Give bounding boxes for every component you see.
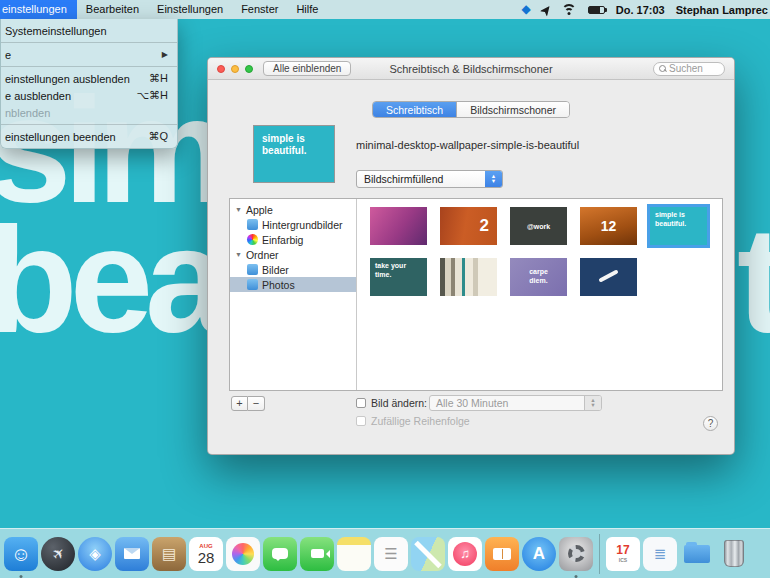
menu-systemeinstellungen[interactable]: einstellungen xyxy=(0,0,77,19)
app-store-a-icon: A xyxy=(533,545,545,562)
dock-icon-photos[interactable] xyxy=(226,537,260,571)
menu-bar-clock[interactable]: Do. 17:03 xyxy=(616,4,665,16)
dock-icon-reminders[interactable]: ☰ xyxy=(374,537,408,571)
finder-face-icon: ☺ xyxy=(11,544,31,564)
interval-popup[interactable]: Alle 30 Minuten ▲▼ xyxy=(429,395,602,411)
menu-item-hide-others[interactable]: e ausblenden ⌥⌘H xyxy=(1,87,177,104)
menu-bar: einstellungen Bearbeiten Einstellungen F… xyxy=(0,0,770,19)
document-lines-icon: ≣ xyxy=(654,546,667,561)
dock-icon-safari[interactable]: ◈ xyxy=(78,537,112,571)
dock-icon-itunes[interactable]: ♫ xyxy=(448,537,482,571)
folder-icon xyxy=(247,279,258,290)
scaling-mode-value: Bildschirmfüllend xyxy=(357,173,485,185)
search-input[interactable] xyxy=(669,63,719,74)
wallpaper-thumb-at-work[interactable]: @work xyxy=(510,207,567,245)
menu-separator xyxy=(1,124,177,125)
dock-icon-document[interactable]: ≣ xyxy=(643,537,677,571)
random-order-checkbox[interactable] xyxy=(356,416,366,426)
dock-icon-ibooks[interactable] xyxy=(485,537,519,571)
music-note-icon: ♫ xyxy=(453,542,477,566)
folder-icon xyxy=(684,545,710,563)
wallpaper-thumb-carpe-diem[interactable]: carpe diem. xyxy=(510,258,567,296)
location-icon[interactable] xyxy=(540,3,553,16)
dock-icon-system-preferences[interactable] xyxy=(559,537,593,571)
wallpaper-thumb-orange-two[interactable]: 2 xyxy=(440,207,497,245)
battery-icon[interactable] xyxy=(588,6,605,14)
dock-icon-notes[interactable] xyxy=(337,537,371,571)
sidebar-item-bilder[interactable]: Bilder xyxy=(230,262,356,277)
dock-icon-downloads-folder[interactable] xyxy=(680,537,714,571)
wallpaper-thumb-navy-pen[interactable] xyxy=(580,258,637,296)
address-book-icon: ▤ xyxy=(162,546,176,561)
change-picture-option: Bild ändern: xyxy=(356,397,427,409)
menu-item-quit[interactable]: einstellungen beenden ⌘Q xyxy=(1,128,177,145)
tab-bildschirmschoner[interactable]: Bildschirmschoner xyxy=(456,102,569,117)
dock-icon-app-store[interactable]: A xyxy=(522,537,556,571)
show-all-button[interactable]: Alle einblenden xyxy=(263,61,351,76)
pen-graphic xyxy=(598,269,618,282)
remove-folder-button[interactable]: − xyxy=(248,396,265,411)
menu-separator xyxy=(1,42,177,43)
dock: ☺ ✈ ◈ ▤ AUG 28 ☰ xyxy=(0,528,770,578)
wifi-icon[interactable] xyxy=(562,4,577,15)
dock-icon-facetime[interactable] xyxy=(300,537,334,571)
wallpaper-text-line2: bea xyxy=(0,205,220,355)
envelope-icon xyxy=(124,548,140,559)
scaling-mode-popup[interactable]: Bildschirmfüllend ▲▼ xyxy=(356,170,503,188)
sidebar-item-einfarbig[interactable]: Einfarbig xyxy=(230,232,356,247)
dock-icon-maps[interactable] xyxy=(411,537,445,571)
running-indicator xyxy=(575,575,578,578)
submenu-arrow-icon: ▶ xyxy=(162,50,168,59)
wallpaper-text-partial: ti xyxy=(737,205,770,365)
search-icon xyxy=(659,65,666,72)
app-dropdown-menu: Systemeinstellungen e ▶ einstellungen au… xyxy=(0,19,178,149)
rocket-icon: ✈ xyxy=(48,544,68,564)
tab-schreibtisch[interactable]: Schreibtisch xyxy=(373,102,456,117)
disclosure-triangle-icon[interactable]: ▼ xyxy=(235,251,242,258)
photos-pinwheel-icon xyxy=(232,543,254,565)
sidebar-group-ordner[interactable]: ▼ Ordner xyxy=(230,247,356,262)
trash-icon xyxy=(724,540,744,567)
wallpaper-thumb-purple-gradient[interactable] xyxy=(370,207,427,245)
wallpaper-browser: ▼ Apple Hintergrundbilder Einfarbig ▼ Or… xyxy=(229,198,723,391)
dock-icon-contacts[interactable]: ▤ xyxy=(152,537,186,571)
system-preferences-window: Schreibtisch & Bildschirmschoner Alle ei… xyxy=(207,57,735,455)
sidebar-group-apple[interactable]: ▼ Apple xyxy=(230,202,356,217)
dock-icon-messages[interactable] xyxy=(263,537,297,571)
menu-hilfe[interactable]: Hilfe xyxy=(287,0,327,19)
dock-icon-finder[interactable]: ☺ xyxy=(4,537,38,571)
wallpaper-thumb-jersey-twelve[interactable]: 12 xyxy=(580,207,637,245)
menu-einstellungen[interactable]: Einstellungen xyxy=(148,0,232,19)
menu-bar-username[interactable]: Stephan Lamprec xyxy=(676,4,768,16)
folder-icon xyxy=(247,219,258,230)
dock-icon-launchpad[interactable]: ✈ xyxy=(41,537,75,571)
search-field[interactable] xyxy=(653,62,725,76)
menu-item-hide-app[interactable]: einstellungen ausblenden ⌘H xyxy=(1,70,177,87)
wallpaper-thumb-simple-is-beautiful[interactable]: simple is beautiful. xyxy=(650,207,707,245)
sidebar-item-hintergrundbilder[interactable]: Hintergrundbilder xyxy=(230,217,356,232)
wallpaper-thumb-take-your-time[interactable]: take your time. xyxy=(370,258,427,296)
help-button[interactable]: ? xyxy=(703,416,718,431)
video-camera-icon xyxy=(311,549,324,558)
popup-stepper-icon: ▲▼ xyxy=(584,396,601,410)
menu-item-about[interactable]: Systemeinstellungen xyxy=(1,22,177,39)
dock-icon-ics-file[interactable]: 17 ICS xyxy=(606,537,640,571)
dropbox-icon[interactable]: ◆ xyxy=(522,0,531,19)
dock-icon-trash[interactable] xyxy=(717,537,751,571)
menu-item-services[interactable]: e ▶ xyxy=(1,46,177,63)
wallpaper-grid: 2 @work 12 simple is beautiful. take you… xyxy=(358,199,724,390)
sidebar-item-photos[interactable]: Photos xyxy=(230,277,356,292)
desktop-screensaver-tabs: Schreibtisch Bildschirmschoner xyxy=(372,101,570,118)
colors-icon xyxy=(247,234,258,245)
wallpaper-thumb-stripes[interactable] xyxy=(440,258,497,296)
menu-bearbeiten[interactable]: Bearbeiten xyxy=(77,0,148,19)
window-titlebar[interactable]: Schreibtisch & Bildschirmschoner Alle ei… xyxy=(208,58,734,80)
add-folder-button[interactable]: + xyxy=(231,396,248,411)
dock-icon-mail[interactable] xyxy=(115,537,149,571)
change-picture-checkbox[interactable] xyxy=(356,398,366,408)
ics-type-label: ICS xyxy=(619,557,627,563)
menu-fenster[interactable]: Fenster xyxy=(232,0,287,19)
dock-icon-calendar[interactable]: AUG 28 xyxy=(189,537,223,571)
disclosure-triangle-icon[interactable]: ▼ xyxy=(235,206,242,213)
wallpaper-filename: minimal-desktop-wallpaper-simple-is-beau… xyxy=(356,139,579,151)
